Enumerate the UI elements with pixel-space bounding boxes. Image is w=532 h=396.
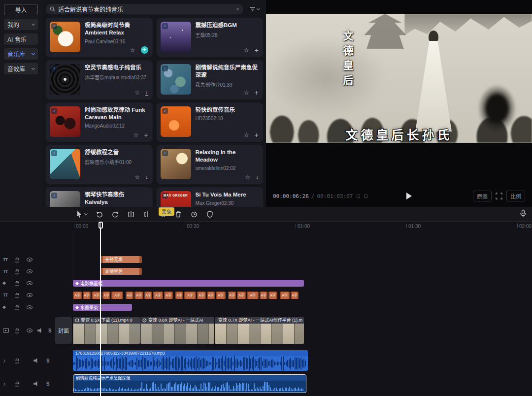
audio-clip[interactable]: 1763191258027605322-334390872211578.mp3 [73,350,308,371]
lock-icon[interactable] [15,305,19,310]
download-icon[interactable]: ↓ [145,174,148,180]
favorite-star-icon[interactable]: ☆ [244,89,249,96]
subtitle-clip[interactable]: A字 [247,292,259,299]
subtitle-clip[interactable]: A字 [134,292,143,299]
favorite-star-icon[interactable]: ☆ [133,132,139,138]
play-button[interactable] [406,193,412,199]
add-icon[interactable]: + [255,132,259,138]
ratio-button[interactable]: 比例 [506,191,525,201]
subtitle-clip[interactable]: A字 [153,292,163,299]
search-input[interactable]: 适合解说有节奏的纯音乐 × [46,4,243,14]
subtitle-clip[interactable]: A字 [207,292,215,299]
clear-search-icon[interactable]: × [236,6,239,13]
music-card[interactable]: ♪MAX GREGERSi Tu Vois Ma MereMax Greger0… [157,187,264,207]
subtitle-clip[interactable]: A字 [73,292,82,299]
download-icon[interactable]: ↓ [256,174,259,180]
sidebar-item-ai-music[interactable]: AI 音乐 [4,33,38,45]
subtitle-clip[interactable]: A字 [237,292,246,299]
subtitle-clip[interactable]: A字 [197,292,206,299]
solo-button[interactable]: S [46,381,50,387]
lock-icon[interactable] [15,328,19,333]
eye-icon[interactable] [27,258,33,262]
subtitle-clip[interactable]: A字 [291,292,299,299]
sidebar-item-mine[interactable]: 我的 [4,19,38,30]
lock-icon[interactable] [15,281,19,286]
solo-button[interactable]: S [46,358,50,363]
audio-clip-selected[interactable]: 剧情解说纯音乐严肃急促深邃 [73,374,306,393]
lock-icon[interactable] [15,269,19,274]
subtitle-clip[interactable]: A字 [228,292,236,299]
add-icon[interactable]: + [255,47,259,53]
microphone-button[interactable] [519,209,527,220]
subtitle-clip[interactable]: A字 [184,292,196,299]
subtitle-clip[interactable]: A字 [260,292,267,299]
lock-icon[interactable] [15,257,19,263]
delete-button[interactable] [173,209,183,219]
music-card[interactable]: ♪Relaxing in the Meadowsmeraldelion02:02… [157,145,264,184]
subtitle-clip[interactable]: A字 [216,292,226,299]
add-icon[interactable]: + [255,90,259,96]
subtitle-clip[interactable]: A字 [144,292,152,299]
select-tool-button[interactable] [74,209,89,219]
sidebar-item-sound-effects[interactable]: 音效库 [4,63,38,74]
music-card[interactable]: ♪时尚动感放克律动 Funk Caravan MainMangoAudio02:… [46,102,153,142]
subtitle-clip[interactable]: A字 [111,292,123,299]
text-clip[interactable]: 长孙无垢 [100,256,142,263]
fullscreen-icon[interactable] [496,193,502,199]
playhead[interactable] [100,222,101,396]
solo-button[interactable]: S [48,328,52,333]
music-card[interactable]: ♪震撼压迫感BGM王燊05:28☆+ [157,18,264,57]
cover-button[interactable]: 封面 [55,317,72,344]
subtitle-clip[interactable]: A字 [164,292,173,299]
favorite-star-icon[interactable]: ☆ [244,47,249,54]
eye-icon[interactable] [27,293,33,297]
music-card[interactable]: ♪钢琴快节奏悲伤 KaivalyaHertz Box Music03:19☆+ [46,187,153,207]
split-button[interactable] [126,209,136,219]
eye-icon[interactable] [27,281,33,285]
add-icon[interactable]: + [144,132,148,138]
import-button[interactable]: 导入 [4,4,38,15]
subtitle-clip[interactable]: A字 [280,292,290,299]
added-icon[interactable]: + [141,46,148,54]
video-clip[interactable]: 变速 0.5X 下载 (11).mp4 0 [73,317,140,344]
freeze-frame-button[interactable] [189,209,199,219]
trim-left-button[interactable] [142,209,152,219]
redo-button[interactable] [110,209,120,219]
subtitle-clip[interactable]: A字 [83,292,91,299]
eye-icon[interactable] [27,269,33,273]
video-clip[interactable]: 变速 0.7X 即梦AI - 一站式AI创作平台 (1).m [215,317,304,344]
lock-icon[interactable] [15,358,19,363]
eye-icon[interactable] [27,329,33,332]
music-card[interactable]: ♪轻快的宣传音乐HD23502:18☆+ [157,102,264,142]
original-quality-button[interactable]: 原画 [473,191,492,201]
effect-clip[interactable]: 水墨晕染 [73,304,132,311]
mask-button[interactable] [205,209,215,219]
speaker-icon[interactable] [33,381,39,386]
lock-icon[interactable] [15,293,19,298]
timeline-ruler[interactable]: 00:0000:3001:0001:3002:00 [73,222,532,231]
favorite-star-icon[interactable]: ☆ [134,174,140,181]
video-clip[interactable]: 变速 0.8X 即梦AI - 一站式AI [140,317,214,344]
lock-icon[interactable] [15,381,19,387]
filter-button[interactable] [246,6,263,12]
effect-clip[interactable]: 电影横画幅 [73,280,304,287]
grid-icon[interactable] [364,195,367,198]
playhead-handle[interactable] [99,222,103,229]
grid-icon[interactable] [357,195,360,198]
text-clip[interactable]: 文德皇后 [100,268,142,275]
favorite-star-icon[interactable]: ☆ [245,174,251,181]
subtitle-clip[interactable]: A字 [175,292,183,299]
music-card[interactable]: ♪极简高级时尚节奏 Ambient Relax BackgroundPaul C… [46,18,153,57]
music-card[interactable]: ♪剧情解说纯音乐严肃急促深邃我先创作业01:39☆+ [157,60,264,99]
undo-button[interactable] [95,209,104,219]
sidebar-item-music-library[interactable]: 音乐库 [4,48,38,60]
subtitle-clip[interactable]: A字 [102,292,110,299]
subtitle-clip[interactable]: A字 [268,292,277,299]
favorite-star-icon[interactable]: ☆ [244,132,249,138]
favorite-star-icon[interactable]: ☆ [130,47,135,54]
speaker-icon[interactable] [33,358,39,363]
favorite-star-icon[interactable]: ☆ [134,89,140,96]
eye-icon[interactable] [27,305,33,309]
download-icon[interactable]: ↓ [145,90,148,96]
speaker-icon[interactable] [37,328,43,333]
